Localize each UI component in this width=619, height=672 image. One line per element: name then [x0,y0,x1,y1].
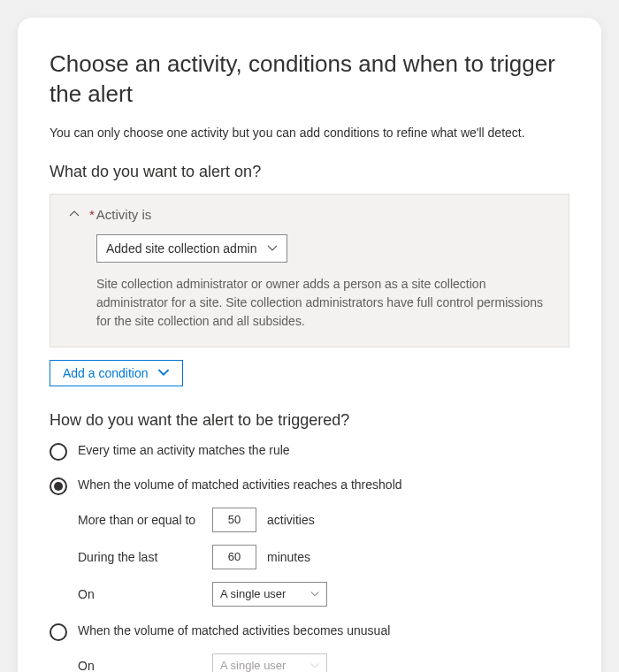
radio-unusual-block: When the volume of matched activities be… [50,622,569,672]
radio-label: When the volume of matched activities be… [78,622,390,638]
during-unit: minutes [267,550,310,564]
radio-label: When the volume of matched activities re… [78,477,402,492]
page-title: Choose an activity, conditions and when … [50,50,569,110]
radio-icon-selected [50,477,67,495]
threshold-fields: More than or equal to activities During … [50,508,569,607]
required-asterisk: * [89,207,95,222]
chevron-down-icon [310,590,319,599]
more-than-unit: activities [267,513,315,527]
more-than-input[interactable] [212,508,256,532]
activity-label: *Activity is [89,207,151,222]
chevron-down-icon [267,245,278,252]
unusual-on-label: On [78,659,202,672]
trigger-radio-group: Every time an activity matches the rule … [50,442,569,672]
unusual-on-select: A single user [212,653,327,672]
unusual-on-select-value: A single user [220,659,286,672]
chevron-down-icon [157,369,170,377]
add-condition-button[interactable]: Add a condition [50,360,183,386]
activity-header[interactable]: *Activity is [63,207,556,222]
on-row: On A single user [78,582,569,607]
unusual-on-row: On A single user [78,653,569,672]
more-than-row: More than or equal to activities [78,508,569,532]
radio-unusual[interactable]: When the volume of matched activities be… [50,622,569,641]
on-select-value: A single user [220,587,286,600]
unusual-fields: On A single user [50,653,569,672]
trigger-heading: How do you want the alert to be triggere… [50,411,569,430]
on-label: On [78,587,202,601]
activity-content: Added site collection admin Site collect… [63,234,556,331]
radio-icon [50,623,67,641]
activity-condition-box: *Activity is Added site collection admin… [50,194,569,347]
activity-description: Site collection administrator or owner a… [96,275,547,331]
chevron-down-icon [310,661,319,670]
radio-threshold[interactable]: When the volume of matched activities re… [50,477,569,495]
activity-dropdown[interactable]: Added site collection admin [96,234,287,263]
on-select[interactable]: A single user [212,582,327,607]
during-row: During the last minutes [78,545,569,569]
radio-every-time[interactable]: Every time an activity matches the rule [50,442,569,461]
alert-on-heading: What do you want to alert on? [50,163,569,181]
during-input[interactable] [212,545,256,569]
radio-label: Every time an activity matches the rule [78,442,290,457]
during-label: During the last [78,550,202,564]
alert-config-panel: Choose an activity, conditions and when … [18,18,601,672]
page-subtitle: You can only choose one activity but you… [50,126,569,140]
add-condition-label: Add a condition [63,366,149,380]
more-than-label: More than or equal to [78,513,202,527]
radio-threshold-block: When the volume of matched activities re… [50,477,569,607]
radio-icon [50,443,67,461]
activity-dropdown-value: Added site collection admin [106,241,256,256]
chevron-up-icon [68,208,80,220]
